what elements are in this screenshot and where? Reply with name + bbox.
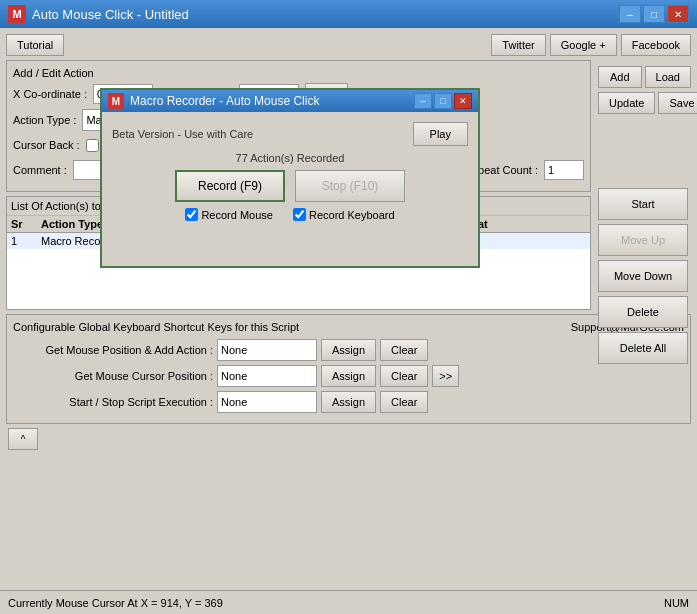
dialog-recorded-text: 77 Action(s) Recorded [236, 152, 345, 164]
twitter-button[interactable]: Twitter [491, 34, 545, 56]
play-button[interactable]: Play [413, 122, 468, 146]
move-up-button[interactable]: Move Up [598, 224, 688, 256]
action-type-label: Action Type : [13, 114, 76, 126]
keyboard-row-3: Start / Stop Script Execution : Assign C… [13, 391, 684, 413]
google-plus-button[interactable]: Google + [550, 34, 617, 56]
action-buttons-panel: Start Move Up Move Down Delete Delete Al… [598, 188, 691, 364]
clear-button-3[interactable]: Clear [380, 391, 428, 413]
load-button[interactable]: Load [645, 66, 691, 88]
add-edit-label: Add / Edit Action [13, 67, 584, 79]
delete-all-button[interactable]: Delete All [598, 332, 688, 364]
record-keyboard-checkbox[interactable] [293, 208, 306, 221]
record-mouse-text: Record Mouse [201, 209, 273, 221]
right-panel: Add Load Update Save [598, 66, 691, 114]
status-text: Currently Mouse Cursor At X = 914, Y = 3… [8, 597, 223, 609]
col-header-sr: Sr [11, 218, 41, 230]
comment-label: Comment : [13, 164, 67, 176]
main-content: Tutorial Twitter Google + Facebook Add /… [0, 28, 697, 590]
save-button[interactable]: Save [658, 92, 697, 114]
update-button[interactable]: Update [598, 92, 655, 114]
record-button[interactable]: Record (F9) [175, 170, 285, 202]
dialog-top-row: Beta Version - Use with Care Play [112, 122, 468, 146]
title-bar-left: M Auto Mouse Click - Untitled [8, 5, 189, 23]
dialog-title-text: Macro Recorder - Auto Mouse Click [130, 94, 319, 108]
add-button[interactable]: Add [598, 66, 642, 88]
add-load-row: Add Load [598, 66, 691, 88]
keyboard-value-3[interactable] [217, 391, 317, 413]
record-keyboard-label[interactable]: Record Keyboard [293, 208, 395, 221]
top-buttons-row: Tutorial Twitter Google + Facebook [6, 34, 691, 56]
dialog-close-button[interactable]: ✕ [454, 93, 472, 109]
dialog-body: Beta Version - Use with Care Play 77 Act… [100, 112, 480, 268]
record-keyboard-text: Record Keyboard [309, 209, 395, 221]
tutorial-button[interactable]: Tutorial [6, 34, 64, 56]
assign-button-2[interactable]: Assign [321, 365, 376, 387]
keyboard-section-title: Configurable Global Keyboard Shortcut Ke… [13, 321, 299, 333]
dialog-action-row: Record (F9) Stop (F10) [175, 170, 405, 202]
move-down-button[interactable]: Move Down [598, 260, 688, 292]
maximize-button[interactable]: □ [643, 5, 665, 23]
up-arrow-container: ^ [6, 428, 691, 450]
keyboard-row-1: Get Mouse Position & Add Action : Assign… [13, 339, 684, 361]
assign-button-1[interactable]: Assign [321, 339, 376, 361]
title-bar-controls: – □ ✕ [619, 5, 689, 23]
app-window: M Auto Mouse Click - Untitled – □ ✕ Tuto… [0, 0, 697, 614]
title-bar: M Auto Mouse Click - Untitled – □ ✕ [0, 0, 697, 28]
social-buttons: Twitter Google + Facebook [491, 34, 691, 56]
close-button[interactable]: ✕ [667, 5, 689, 23]
assign-button-3[interactable]: Assign [321, 391, 376, 413]
record-mouse-label[interactable]: Record Mouse [185, 208, 273, 221]
record-mouse-checkbox[interactable] [185, 208, 198, 221]
keyboard-label-1: Get Mouse Position & Add Action : [13, 344, 213, 356]
dialog-title-controls: – □ ✕ [414, 93, 472, 109]
keyboard-value-1[interactable] [217, 339, 317, 361]
dialog-app-icon: M [108, 93, 124, 109]
keyboard-label-2: Get Mouse Cursor Position : [13, 370, 213, 382]
x-coord-label: X Co-ordinate : [13, 88, 87, 100]
keyboard-section-header: Configurable Global Keyboard Shortcut Ke… [13, 321, 684, 339]
clear-button-1[interactable]: Clear [380, 339, 428, 361]
stop-button[interactable]: Stop (F10) [295, 170, 405, 202]
cursor-back-label: Cursor Back : [13, 139, 80, 151]
clear-button-2[interactable]: Clear [380, 365, 428, 387]
keyboard-value-2[interactable] [217, 365, 317, 387]
keyboard-row-2: Get Mouse Cursor Position : Assign Clear… [13, 365, 684, 387]
up-arrow-button[interactable]: ^ [8, 428, 38, 450]
start-button[interactable]: Start [598, 188, 688, 220]
numlock-indicator: NUM [664, 597, 689, 609]
repeat-count-input[interactable] [544, 160, 584, 180]
dialog-title-bar: M Macro Recorder - Auto Mouse Click – □ … [100, 88, 480, 112]
app-icon: M [8, 5, 26, 23]
delete-button[interactable]: Delete [598, 296, 688, 328]
minimize-button[interactable]: – [619, 5, 641, 23]
status-bar: Currently Mouse Cursor At X = 914, Y = 3… [0, 590, 697, 614]
double-arrow-button[interactable]: >> [432, 365, 459, 387]
dialog-minimize-button[interactable]: – [414, 93, 432, 109]
dialog-maximize-button[interactable]: □ [434, 93, 452, 109]
app-title: Auto Mouse Click - Untitled [32, 7, 189, 22]
cursor-back-checkbox[interactable] [86, 139, 99, 152]
keyboard-label-3: Start / Stop Script Execution : [13, 396, 213, 408]
cell-sr: 1 [11, 235, 41, 247]
dialog-title-left: M Macro Recorder - Auto Mouse Click [108, 93, 319, 109]
keyboard-section: Configurable Global Keyboard Shortcut Ke… [6, 314, 691, 424]
dialog-beta-text: Beta Version - Use with Care [112, 128, 253, 140]
dialog-checkbox-row: Record Mouse Record Keyboard [185, 208, 394, 221]
facebook-button[interactable]: Facebook [621, 34, 691, 56]
macro-recorder-dialog: M Macro Recorder - Auto Mouse Click – □ … [100, 88, 480, 268]
update-save-row: Update Save [598, 92, 691, 114]
